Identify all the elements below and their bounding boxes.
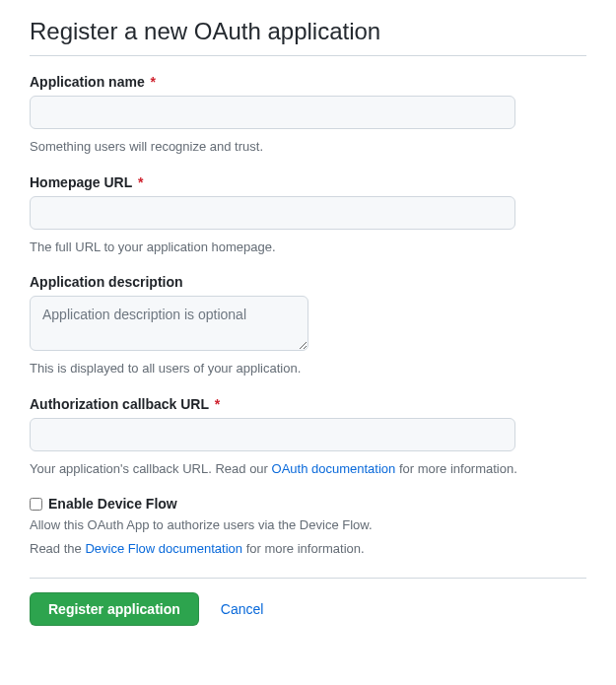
device-flow-row: Enable Device Flow <box>30 496 586 512</box>
app-name-group: Application name * Something users will … <box>30 74 586 157</box>
oauth-documentation-link[interactable]: OAuth documentation <box>272 461 396 476</box>
homepage-url-group: Homepage URL * The full URL to your appl… <box>30 174 586 257</box>
device-flow-hint-1: Allow this OAuth App to authorize users … <box>30 515 586 535</box>
device-flow-hint2-prefix: Read the <box>30 541 85 556</box>
app-name-label-text: Application name <box>30 74 145 90</box>
description-hint: This is displayed to all users of your a… <box>30 359 586 378</box>
title-divider <box>30 55 586 56</box>
description-input[interactable] <box>30 296 308 351</box>
oauth-app-form: Application name * Something users will … <box>30 74 586 626</box>
required-asterisk: * <box>215 396 220 412</box>
required-asterisk: * <box>138 174 143 190</box>
device-flow-hint2-suffix: for more information. <box>242 541 365 556</box>
callback-hint-prefix: Your application's callback URL. Read ou… <box>30 461 272 476</box>
description-group: Application description This is displaye… <box>30 274 586 378</box>
callback-url-label-text: Authorization callback URL <box>30 396 209 412</box>
homepage-url-label-text: Homepage URL <box>30 174 132 190</box>
homepage-url-hint: The full URL to your application homepag… <box>30 238 586 257</box>
page-title: Register a new OAuth application <box>30 18 586 45</box>
cancel-link[interactable]: Cancel <box>221 601 264 617</box>
device-flow-checkbox[interactable] <box>30 498 42 511</box>
homepage-url-label: Homepage URL * <box>30 174 586 190</box>
callback-url-group: Authorization callback URL * Your applic… <box>30 396 586 479</box>
device-flow-documentation-link[interactable]: Device Flow documentation <box>85 541 242 556</box>
device-flow-group: Enable Device Flow Allow this OAuth App … <box>30 496 586 558</box>
callback-url-input[interactable] <box>30 418 515 451</box>
callback-url-hint: Your application's callback URL. Read ou… <box>30 459 586 479</box>
app-name-label: Application name * <box>30 74 586 90</box>
form-actions: Register application Cancel <box>30 592 586 626</box>
app-name-input[interactable] <box>30 96 515 129</box>
device-flow-hint-2: Read the Device Flow documentation for m… <box>30 539 586 559</box>
actions-divider <box>30 578 586 579</box>
device-flow-label: Enable Device Flow <box>48 496 177 512</box>
app-name-hint: Something users will recognize and trust… <box>30 137 586 157</box>
register-application-button[interactable]: Register application <box>30 592 199 626</box>
required-asterisk: * <box>151 74 156 90</box>
description-label: Application description <box>30 274 586 290</box>
callback-url-label: Authorization callback URL * <box>30 396 586 412</box>
homepage-url-input[interactable] <box>30 196 515 230</box>
callback-hint-suffix: for more information. <box>395 461 517 476</box>
